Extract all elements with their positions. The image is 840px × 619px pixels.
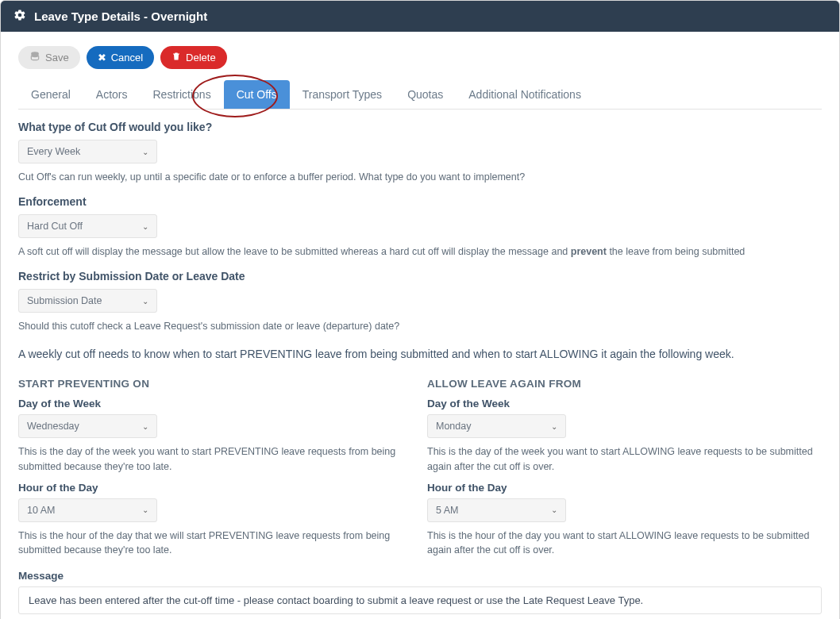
cutoff-type-select[interactable]: Every Week ⌄: [18, 140, 157, 163]
cancel-button[interactable]: ✖ Cancel: [87, 46, 154, 69]
leave-type-window: Leave Type Details - Overnight Save ✖ Ca…: [0, 0, 840, 619]
tab-transport-types[interactable]: Transport Types: [290, 80, 395, 109]
prevent-column: START PREVENTING ON Day of the Week Wedn…: [18, 368, 413, 562]
prevent-header: START PREVENTING ON: [18, 378, 413, 390]
tab-additional-notifications[interactable]: Additional Notifications: [456, 80, 594, 109]
restrict-select[interactable]: Submission Date ⌄: [18, 289, 157, 313]
enforcement-help: A soft cut off will display the message …: [18, 244, 822, 259]
restrict-label: Restrict by Submission Date or Leave Dat…: [18, 270, 822, 283]
allow-header: ALLOW LEAVE AGAIN FROM: [427, 378, 822, 390]
tabs: General Actors Restrictions Cut Offs Tra…: [18, 80, 822, 110]
prevent-hour-select[interactable]: 10 AM ⌄: [18, 498, 157, 522]
enforcement-value: Hard Cut Off: [27, 221, 83, 232]
allow-hour-select[interactable]: 5 AM ⌄: [427, 498, 566, 522]
allow-hour-help: This is the hour of the day you want to …: [427, 529, 822, 557]
delete-label: Delete: [186, 52, 216, 63]
prevent-hour-label: Hour of the Day: [18, 482, 413, 494]
chevron-down-icon: ⌄: [551, 506, 557, 514]
chevron-down-icon: ⌄: [142, 297, 148, 306]
cutoff-type-help: Cut Off's can run weekly, up until a spe…: [18, 170, 822, 184]
tabs-container: General Actors Restrictions Cut Offs Tra…: [18, 80, 822, 110]
prevent-allow-row: START PREVENTING ON Day of the Week Wedn…: [18, 368, 822, 562]
allow-hour-label: Hour of the Day: [427, 482, 822, 494]
trash-icon: [171, 52, 181, 63]
content-area: Save ✖ Cancel Delete General Actors Rest…: [1, 32, 839, 619]
cutoff-type-value: Every Week: [27, 146, 80, 157]
gear-icon: [13, 9, 26, 24]
allow-day-value: Monday: [436, 421, 471, 432]
prevent-hour-help: This is the hour of the day that we will…: [18, 529, 413, 557]
cancel-label: Cancel: [111, 52, 143, 63]
chevron-down-icon: ⌄: [142, 148, 148, 156]
prevent-day-select[interactable]: Wednesday ⌄: [18, 414, 157, 438]
message-input[interactable]: [18, 586, 822, 614]
message-label: Message: [18, 570, 822, 582]
allow-day-help: This is the day of the week you want to …: [427, 444, 822, 473]
title-bar: Leave Type Details - Overnight: [1, 1, 839, 32]
close-icon: ✖: [98, 52, 106, 63]
chevron-down-icon: ⌄: [142, 422, 148, 431]
enforcement-select[interactable]: Hard Cut Off ⌄: [18, 214, 157, 238]
page-title: Leave Type Details - Overnight: [34, 10, 207, 23]
prevent-hour-value: 10 AM: [27, 505, 55, 516]
delete-button[interactable]: Delete: [160, 46, 227, 69]
prevent-day-value: Wednesday: [27, 421, 79, 432]
tab-actors[interactable]: Actors: [83, 80, 141, 109]
cutoff-type-label: What type of Cut Off would you like?: [18, 121, 822, 133]
allow-column: ALLOW LEAVE AGAIN FROM Day of the Week M…: [427, 368, 822, 562]
restrict-help: Should this cutoff check a Leave Request…: [18, 319, 822, 333]
prevent-day-help: This is the day of the week you want to …: [18, 444, 413, 473]
weekly-cutoff-lead: A weekly cut off needs to know when to s…: [18, 348, 822, 360]
tab-general[interactable]: General: [18, 80, 83, 109]
allow-day-select[interactable]: Monday ⌄: [427, 414, 566, 438]
save-button[interactable]: Save: [18, 46, 80, 69]
restrict-value: Submission Date: [27, 295, 102, 306]
allow-hour-value: 5 AM: [436, 505, 459, 516]
tab-quotas[interactable]: Quotas: [395, 80, 456, 109]
tab-restrictions[interactable]: Restrictions: [141, 80, 224, 109]
enforcement-label: Enforcement: [18, 195, 822, 208]
save-label: Save: [45, 52, 69, 63]
allow-day-label: Day of the Week: [427, 398, 822, 409]
database-icon: [29, 51, 40, 64]
action-buttons: Save ✖ Cancel Delete: [18, 46, 822, 69]
chevron-down-icon: ⌄: [551, 422, 557, 431]
chevron-down-icon: ⌄: [142, 506, 148, 514]
tab-cut-offs[interactable]: Cut Offs: [224, 80, 290, 109]
prevent-day-label: Day of the Week: [18, 398, 413, 409]
chevron-down-icon: ⌄: [142, 222, 148, 231]
